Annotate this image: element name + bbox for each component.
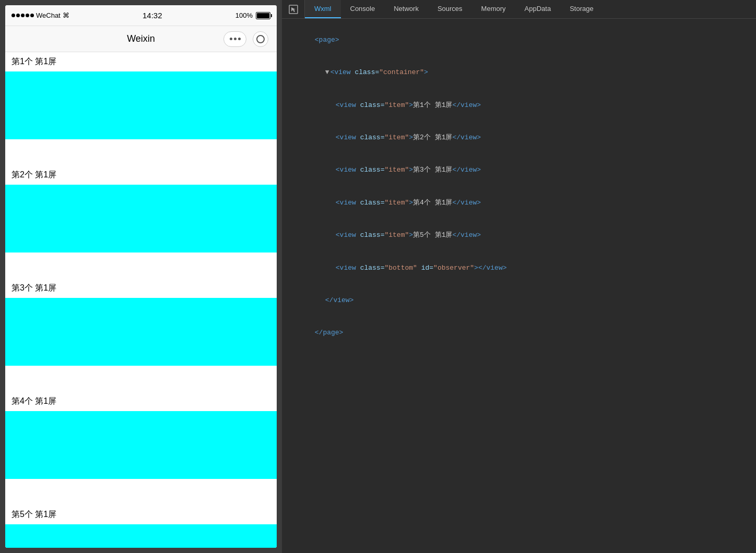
signal-dot-5 xyxy=(30,14,34,17)
wifi-icon: ⌘ xyxy=(63,11,69,19)
carrier-name: WeChat xyxy=(36,11,61,19)
tab-network-label: Network xyxy=(394,5,419,13)
item-cyan-5 xyxy=(5,524,277,548)
status-time: 14:32 xyxy=(143,11,162,20)
tab-wxml-label: Wxml xyxy=(314,5,332,13)
xml-item-3: <view class="item">第3个 第1屏</view> xyxy=(290,154,748,187)
nav-bar: Weixin xyxy=(5,26,277,52)
tab-memory-label: Memory xyxy=(481,5,506,13)
item-label-4: 第4个 第1屏 xyxy=(5,392,277,411)
battery-icon xyxy=(256,12,270,19)
item-spacer-3 xyxy=(5,366,277,392)
more-button[interactable] xyxy=(223,31,246,47)
signal-dots xyxy=(11,14,34,17)
xml-item-5: <view class="item">第5个 第1屏</view> xyxy=(290,219,748,251)
phone-simulator-panel: WeChat ⌘ 14:32 100% Weixin xyxy=(0,0,282,553)
xml-view-close: </view> xyxy=(290,284,748,317)
tab-appdata-label: AppData xyxy=(525,5,551,13)
tab-sources[interactable]: Sources xyxy=(428,0,472,18)
list-item: 第5个 第1屏 xyxy=(5,505,277,548)
signal-dot-4 xyxy=(26,14,29,17)
item-label-1: 第1个 第1屏 xyxy=(5,52,277,71)
nav-title: Weixin xyxy=(127,33,155,44)
xml-item-1: <view class="item">第1个 第1屏</view> xyxy=(290,89,748,122)
item-cyan-2 xyxy=(5,185,277,253)
status-bar: WeChat ⌘ 14:32 100% xyxy=(5,5,277,26)
xml-view-container-open: ▼<view class="container"> xyxy=(290,56,748,89)
devtools-tab-bar: Wxml Console Network Sources Memory AppD… xyxy=(282,0,756,19)
tab-inspector[interactable] xyxy=(282,0,305,18)
inspector-cursor-icon xyxy=(288,4,299,15)
xml-item-4: <view class="item">第4个 第1屏</view> xyxy=(290,187,748,219)
item-spacer-2 xyxy=(5,253,277,279)
tab-wxml[interactable]: Wxml xyxy=(305,0,341,18)
list-item: 第3个 第1屏 xyxy=(5,279,277,366)
nav-right-buttons xyxy=(223,31,268,47)
xml-view-bottom: <view class="bottom" id="observer"></vie… xyxy=(290,252,748,284)
battery-percent: 100% xyxy=(235,11,253,19)
item-spacer-1 xyxy=(5,139,277,165)
list-item: 第4个 第1屏 xyxy=(5,392,277,479)
dot-1 xyxy=(230,38,232,40)
collapse-arrow[interactable]: ▼ xyxy=(325,68,329,76)
tab-storage[interactable]: Storage xyxy=(560,0,603,18)
item-label-3: 第3个 第1屏 xyxy=(5,279,277,298)
tab-console[interactable]: Console xyxy=(341,0,385,18)
xml-page-open: <page> xyxy=(290,24,748,56)
signal-dot-3 xyxy=(21,14,25,17)
record-button[interactable] xyxy=(253,31,268,47)
tab-storage-label: Storage xyxy=(570,5,594,13)
phone-frame: WeChat ⌘ 14:32 100% Weixin xyxy=(5,5,277,548)
xml-page-close: </page> xyxy=(290,317,748,350)
battery-fill xyxy=(257,13,269,18)
list-item: 第1个 第1屏 xyxy=(5,52,277,139)
list-item: 第2个 第1屏 xyxy=(5,165,277,253)
tab-sources-label: Sources xyxy=(438,5,463,13)
tab-network[interactable]: Network xyxy=(384,0,428,18)
item-label-2: 第2个 第1屏 xyxy=(5,165,277,185)
dot-3 xyxy=(238,38,241,40)
battery-bar xyxy=(256,12,270,19)
devtools-content[interactable]: <page> ▼<view class="container"> <view c… xyxy=(282,19,756,553)
item-cyan-3 xyxy=(5,298,277,366)
tab-appdata[interactable]: AppData xyxy=(515,0,561,18)
item-label-5: 第5个 第1屏 xyxy=(5,505,277,524)
xml-item-2: <view class="item">第2个 第1屏</view> xyxy=(290,122,748,154)
record-icon xyxy=(256,35,265,43)
status-left: WeChat ⌘ xyxy=(11,11,69,19)
phone-content[interactable]: 第1个 第1屏 第2个 第1屏 第3个 第1屏 第4个 第1屏 xyxy=(5,52,277,548)
item-cyan-4 xyxy=(5,411,277,479)
dot-2 xyxy=(234,38,237,40)
item-spacer-4 xyxy=(5,479,277,505)
tab-console-label: Console xyxy=(350,5,375,13)
status-right: 100% xyxy=(235,11,270,19)
devtools-panel: Wxml Console Network Sources Memory AppD… xyxy=(282,0,756,553)
signal-dot-1 xyxy=(11,14,15,17)
tab-memory[interactable]: Memory xyxy=(472,0,515,18)
signal-dot-2 xyxy=(16,14,20,17)
item-cyan-1 xyxy=(5,71,277,139)
